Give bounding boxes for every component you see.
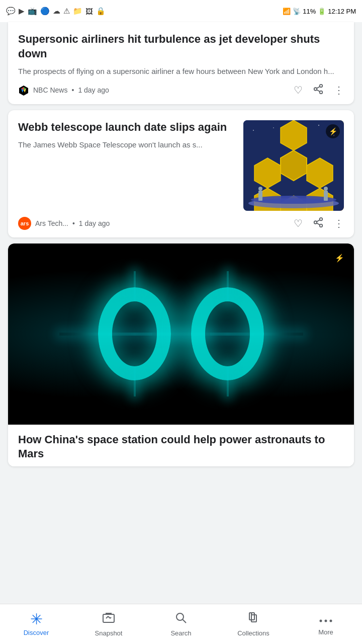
svg-point-23	[324, 187, 328, 191]
card-webb-image: ⚡	[243, 120, 344, 211]
card-webb-actions: ♡ ⋮	[294, 217, 344, 230]
nav-discover-label: Discover	[24, 629, 49, 636]
svg-point-26	[318, 125, 319, 126]
ars-logo: ars	[18, 217, 31, 230]
status-bar: 💬 ▶ 📺 🔵 ☁ ⚠ 📁 🖼 🔒 📶 📡 11% 🔋 12:12 PM	[0, 0, 362, 22]
svg-line-36	[110, 617, 111, 618]
svg-rect-33	[103, 614, 114, 622]
svg-point-29	[314, 221, 317, 224]
card-webb-time: 1 day ago	[79, 219, 110, 227]
card-supersonic-title: Supersonic airliners hit turbulence as j…	[18, 32, 344, 61]
ion-ring-right	[191, 287, 264, 380]
webb-share-button[interactable]	[313, 217, 324, 230]
svg-point-43	[325, 620, 327, 622]
svg-point-37	[176, 613, 184, 620]
svg-line-32	[317, 220, 320, 222]
svg-point-44	[330, 620, 332, 622]
wifi-icon: 📶	[283, 8, 291, 15]
snapshot-icon	[102, 611, 115, 627]
svg-line-34	[106, 616, 108, 618]
right-ring-group	[191, 287, 264, 380]
svg-point-19	[251, 196, 336, 204]
feed-content: Supersonic airliners hit turbulence as j…	[0, 22, 362, 513]
youtube-icon: ▶	[19, 7, 25, 16]
nav-more-label: More	[318, 628, 333, 636]
nbc-logo	[18, 85, 29, 96]
card-webb-row: Webb telescope launch date slips again T…	[18, 120, 344, 211]
svg-line-8	[317, 90, 320, 92]
svg-point-30	[320, 224, 323, 227]
left-ring-group	[98, 287, 171, 380]
nav-snapshot-label: Snapshot	[95, 629, 123, 637]
battery-percent: 11%	[303, 8, 316, 15]
file-icon: 📁	[73, 7, 82, 16]
battery-icon: 🔋	[318, 8, 326, 15]
card-supersonic-actions: ♡ ⋮	[294, 84, 344, 97]
svg-rect-20	[258, 191, 262, 201]
card-china-image: ⚡	[8, 244, 354, 425]
svg-point-24	[253, 130, 254, 131]
card-china-image-container: ⚡ How China's space station could help p…	[8, 244, 354, 466]
webb-like-button[interactable]: ♡	[294, 217, 303, 229]
svg-point-6	[314, 88, 317, 91]
tv-icon: 📺	[28, 7, 37, 16]
card-webb-source: Ars Tech...	[35, 219, 68, 227]
card-webb-body: Webb telescope launch date slips again T…	[8, 110, 354, 237]
card-china[interactable]: ⚡ How China's space station could help p…	[8, 244, 354, 466]
svg-point-21	[258, 187, 262, 191]
nav-more[interactable]: More	[290, 608, 362, 640]
lock-icon: 🔒	[96, 7, 106, 16]
svg-point-7	[320, 91, 323, 94]
nav-search-label: Search	[170, 629, 191, 637]
card-supersonic[interactable]: Supersonic airliners hit turbulence as j…	[8, 22, 354, 104]
webb-more-button[interactable]: ⋮	[334, 217, 344, 229]
system-indicators: 📶 📡 11% 🔋 12:12 PM	[283, 8, 356, 15]
more-icon	[319, 612, 332, 626]
svg-line-9	[317, 87, 320, 89]
share-button[interactable]	[313, 84, 324, 97]
ion-ring-left	[98, 287, 171, 380]
card-webb-title: Webb telescope launch date slips again	[18, 120, 235, 135]
cloud-icon: ☁	[53, 7, 60, 16]
card-webb-image-col: ⚡	[243, 120, 344, 211]
card-webb[interactable]: Webb telescope launch date slips again T…	[8, 110, 354, 237]
card-china-text: How China's space station could help pow…	[8, 425, 354, 466]
like-button[interactable]: ♡	[294, 84, 303, 96]
svg-line-31	[317, 223, 320, 225]
card-supersonic-body: Supersonic airliners hit turbulence as j…	[8, 22, 354, 104]
more-options-button[interactable]: ⋮	[334, 84, 344, 96]
nav-collections[interactable]: Collections	[217, 607, 290, 641]
card-supersonic-snippet: The prospects of flying on a supersonic …	[18, 66, 344, 77]
collections-icon	[247, 611, 260, 627]
card-supersonic-source: NBC News	[33, 86, 67, 94]
svg-point-28	[320, 218, 323, 221]
svg-line-35	[108, 616, 110, 618]
nav-collections-label: Collections	[237, 629, 269, 637]
china-lightning-badge: ⚡	[332, 251, 347, 266]
alert-icon: ⚠	[63, 7, 70, 16]
signal-icon: 📡	[293, 8, 301, 15]
image-icon: 🖼	[85, 7, 93, 16]
bottom-navigation: ✳ Discover Snapshot Search	[0, 604, 362, 644]
svg-point-27	[273, 127, 274, 128]
card-webb-text: Webb telescope launch date slips again T…	[18, 120, 235, 211]
clock: 12:12 PM	[328, 8, 356, 15]
nav-snapshot[interactable]: Snapshot	[72, 607, 145, 641]
search-icon	[174, 611, 188, 627]
message-icon: 💬	[6, 7, 16, 16]
nav-search[interactable]: Search	[145, 607, 217, 641]
svg-point-5	[320, 85, 323, 88]
svg-line-38	[183, 620, 187, 623]
card-supersonic-time: 1 day ago	[78, 86, 109, 94]
notification-icons: 💬 ▶ 📺 🔵 ☁ ⚠ 📁 🖼 🔒	[6, 7, 106, 16]
nav-discover[interactable]: ✳ Discover	[0, 608, 72, 640]
card-webb-snippet: The James Webb Space Telescope won't lau…	[18, 139, 235, 151]
webb-lightning-badge: ⚡	[326, 124, 340, 138]
card-supersonic-meta: NBC News • 1 day ago ♡ ⋮	[18, 84, 344, 97]
card-webb-meta: ars Ars Tech... • 1 day ago ♡	[18, 217, 344, 230]
discover-icon: ✳	[30, 612, 43, 627]
svg-rect-22	[324, 191, 328, 201]
pokemon-icon: 🔵	[40, 7, 50, 16]
svg-point-42	[320, 620, 322, 622]
ring-container	[98, 287, 264, 380]
